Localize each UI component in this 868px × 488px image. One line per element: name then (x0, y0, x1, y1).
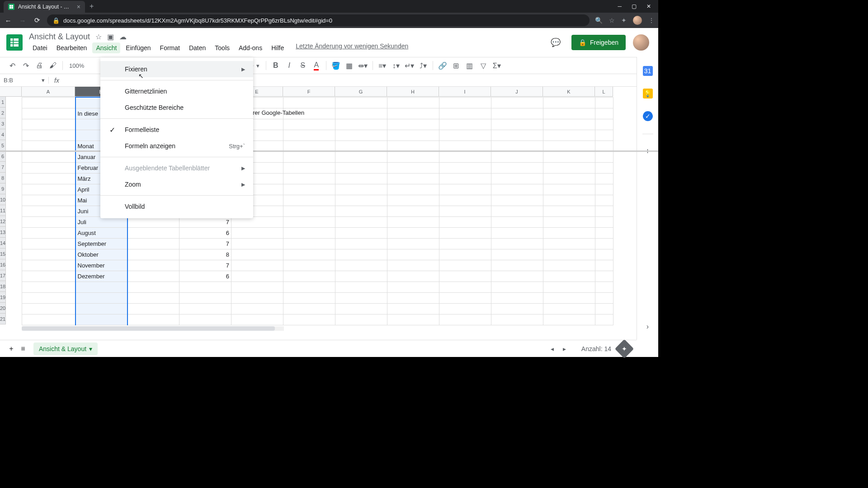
cell-D17[interactable]: 6 (179, 271, 231, 282)
cell-A5[interactable] (22, 141, 75, 151)
cell-K21[interactable] (543, 314, 595, 325)
cell-J1[interactable] (491, 97, 543, 108)
row-header-5[interactable]: 5 (0, 140, 6, 151)
menu-tools[interactable]: Tools (211, 42, 233, 53)
cell-G5[interactable] (335, 141, 387, 151)
comment-button[interactable]: ⊞ (450, 60, 462, 71)
paint-format-button[interactable]: 🖌 (47, 60, 59, 71)
maximize-icon[interactable]: ▢ (632, 3, 637, 9)
cell-L5[interactable] (595, 141, 613, 151)
cell-A20[interactable] (22, 303, 75, 314)
cell-D16[interactable]: 7 (179, 260, 231, 271)
row-header-20[interactable]: 20 (0, 303, 6, 314)
cell-F9[interactable] (283, 184, 335, 195)
cell-C21[interactable] (127, 314, 179, 325)
cell-I19[interactable] (439, 292, 491, 303)
cell-L3[interactable] (595, 119, 613, 130)
cell-I9[interactable] (439, 184, 491, 195)
cell-I17[interactable] (439, 271, 491, 282)
cell-E21[interactable] (231, 314, 283, 325)
cell-I10[interactable] (439, 195, 491, 206)
account-avatar[interactable] (633, 34, 649, 51)
cell-L12[interactable] (595, 216, 613, 227)
chart-button[interactable]: ▥ (464, 60, 476, 71)
cell-J11[interactable] (491, 206, 543, 216)
row-header-14[interactable]: 14 (0, 238, 6, 249)
cell-L4[interactable] (595, 130, 613, 141)
row-header-21[interactable]: 21 (0, 314, 6, 324)
cell-A4[interactable] (22, 130, 75, 141)
menu-formula-bar[interactable]: ✓ Formelleiste (100, 122, 253, 138)
cell-F3[interactable] (283, 119, 335, 130)
cell-H3[interactable] (387, 119, 439, 130)
column-header-L[interactable]: L (595, 87, 613, 97)
cell-H16[interactable] (387, 260, 439, 271)
cell-A9[interactable] (22, 184, 75, 195)
document-title[interactable]: Ansicht & Layout (29, 32, 90, 42)
cell-F17[interactable] (283, 271, 335, 282)
cell-K10[interactable] (543, 195, 595, 206)
cell-I8[interactable] (439, 173, 491, 184)
column-header-G[interactable]: G (335, 87, 387, 97)
bookmark-icon[interactable]: ☆ (609, 17, 615, 24)
cell-G19[interactable] (335, 292, 387, 303)
cell-I14[interactable] (439, 238, 491, 249)
cell-K11[interactable] (543, 206, 595, 216)
cell-J15[interactable] (491, 249, 543, 260)
cell-J16[interactable] (491, 260, 543, 271)
cell-E13[interactable] (231, 227, 283, 238)
redo-button[interactable]: ↷ (20, 60, 32, 71)
halign-button[interactable]: ≡▾ (377, 60, 388, 71)
print-button[interactable]: 🖨 (33, 60, 45, 71)
horizontal-scrollbar[interactable] (22, 326, 284, 331)
cell-G7[interactable] (335, 162, 387, 173)
cell-H19[interactable] (387, 292, 439, 303)
rotate-button[interactable]: ⤴▾ (417, 60, 429, 71)
minimize-icon[interactable]: ─ (618, 3, 622, 9)
cell-I4[interactable] (439, 130, 491, 141)
cell-B21[interactable] (75, 314, 127, 325)
cell-A3[interactable] (22, 119, 75, 130)
sheet-tab[interactable]: Ansicht & Layout ▾ (33, 343, 98, 355)
cell-D15[interactable]: 8 (179, 249, 231, 260)
cloud-icon[interactable]: ☁ (119, 33, 127, 41)
cell-J6[interactable] (491, 151, 543, 162)
cell-K6[interactable] (543, 151, 595, 162)
cell-J10[interactable] (491, 195, 543, 206)
cell-I6[interactable] (439, 151, 491, 162)
cell-H1[interactable] (387, 97, 439, 108)
row-header-17[interactable]: 17 (0, 270, 6, 281)
cell-G20[interactable] (335, 303, 387, 314)
cell-D13[interactable]: 6 (179, 227, 231, 238)
cell-G3[interactable] (335, 119, 387, 130)
zoom-select[interactable]: 100% (66, 62, 87, 69)
cell-B15[interactable]: Oktober (75, 249, 127, 260)
move-icon[interactable]: ▣ (107, 33, 114, 41)
select-all-corner[interactable] (0, 87, 22, 97)
row-header-15[interactable]: 15 (0, 249, 6, 259)
cell-H5[interactable] (387, 141, 439, 151)
cell-K20[interactable] (543, 303, 595, 314)
cell-C19[interactable] (127, 292, 179, 303)
row-header-8[interactable]: 8 (0, 173, 6, 183)
menu-freeze[interactable]: Fixieren ▶ (100, 61, 253, 77)
cell-F7[interactable] (283, 162, 335, 173)
cell-F16[interactable] (283, 260, 335, 271)
cell-J3[interactable] (491, 119, 543, 130)
strike-button[interactable]: S (297, 60, 309, 71)
keep-icon[interactable]: 💡 (643, 89, 653, 99)
cell-H7[interactable] (387, 162, 439, 173)
back-button[interactable]: ← (4, 17, 13, 24)
cell-F5[interactable] (283, 141, 335, 151)
link-button[interactable]: 🔗 (437, 60, 448, 71)
cell-A12[interactable] (22, 216, 75, 227)
cell-G11[interactable] (335, 206, 387, 216)
extensions-icon[interactable]: ✦ (621, 17, 627, 24)
cell-I7[interactable] (439, 162, 491, 173)
borders-button[interactable]: ▦ (344, 60, 355, 71)
cell-B18[interactable] (75, 282, 127, 292)
cell-I21[interactable] (439, 314, 491, 325)
cell-C17[interactable] (127, 271, 179, 282)
cell-K18[interactable] (543, 282, 595, 292)
cell-I11[interactable] (439, 206, 491, 216)
